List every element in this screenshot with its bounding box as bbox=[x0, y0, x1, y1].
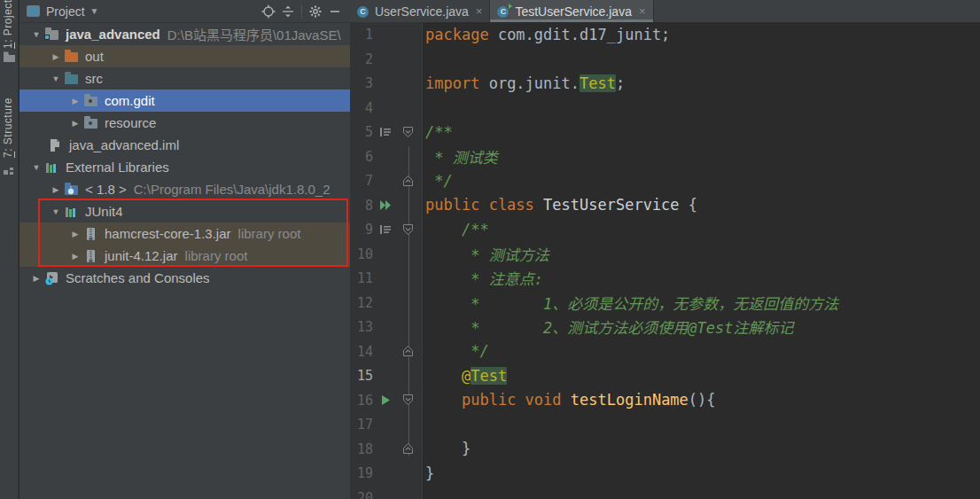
chevron-right-icon[interactable]: ▶ bbox=[67, 252, 83, 261]
tool-window-button-project[interactable]: 1: Project bbox=[2, 3, 14, 49]
code-editor[interactable]: 1package com.gdit.d17_junit;23import org… bbox=[350, 22, 980, 499]
settings-gear-icon[interactable] bbox=[306, 3, 325, 20]
line-number: 19 bbox=[350, 464, 373, 481]
line-number: 9 bbox=[350, 221, 373, 238]
chevron-right-icon[interactable]: ▶ bbox=[67, 230, 83, 238]
chevron-right-icon[interactable]: ▶ bbox=[48, 185, 64, 194]
code-text: public class TestUserService { bbox=[417, 196, 697, 214]
tree-item-resource[interactable]: ▶resource bbox=[19, 112, 350, 134]
chevron-down-icon[interactable]: ▼ bbox=[48, 207, 64, 216]
structure-icon bbox=[3, 163, 15, 179]
chevron-down-icon[interactable]: ▼ bbox=[28, 163, 44, 172]
tree-item-com.gdit[interactable]: ▶com.gdit bbox=[19, 90, 350, 112]
close-tab-icon[interactable]: × bbox=[476, 4, 483, 18]
fold-collapse-icon[interactable] bbox=[398, 394, 417, 406]
tree-item-junit4[interactable]: ▼JUnit4 bbox=[19, 200, 350, 222]
line-number: 7 bbox=[350, 172, 373, 189]
line-number: 17 bbox=[350, 416, 373, 433]
code-line-7[interactable]: 7 */ bbox=[350, 168, 980, 193]
code-line-1[interactable]: 1package com.gdit.d17_junit; bbox=[350, 22, 980, 47]
fold-collapse-icon[interactable] bbox=[398, 223, 417, 236]
tree-item-external-libraries[interactable]: ▼External Libraries bbox=[19, 156, 350, 178]
code-text: /** bbox=[417, 221, 489, 238]
code-line-17[interactable]: 17 bbox=[350, 412, 980, 437]
line-number: 18 bbox=[350, 441, 373, 457]
tree-item-scratches-and-consoles[interactable]: ▶Scratches and Consoles bbox=[19, 267, 350, 289]
editor-area: CUserService.java×CTestUserService.java×… bbox=[350, 0, 980, 499]
code-line-4[interactable]: 4 bbox=[350, 96, 980, 121]
project-panel-title[interactable]: Project bbox=[46, 4, 85, 19]
code-text: */ bbox=[417, 172, 453, 190]
fold-end-icon[interactable] bbox=[398, 175, 417, 187]
tree-item-label: JUnit4 bbox=[85, 204, 123, 219]
code-line-9[interactable]: 9 /** bbox=[350, 217, 980, 242]
tree-item-label: junit-4.12.jar bbox=[105, 248, 178, 263]
chevron-right-icon[interactable]: ▶ bbox=[48, 52, 64, 61]
tree-item-hamcrest-core-1.3.jar[interactable]: ▶hamcrest-core-1.3.jarlibrary root bbox=[19, 222, 350, 245]
code-line-5[interactable]: 5/** bbox=[350, 120, 980, 144]
code-line-12[interactable]: 12 * 1、必须是公开的，无参数，无返回值的方法 bbox=[350, 291, 980, 316]
rendered-doc-toggle-icon bbox=[373, 224, 398, 235]
run-class-icon[interactable] bbox=[373, 199, 398, 211]
collapse-all-icon[interactable] bbox=[278, 3, 298, 20]
tree-item-label: java_advanced bbox=[66, 27, 160, 42]
run-method-icon[interactable] bbox=[373, 394, 398, 406]
tree-item-java-advanced[interactable]: ▼java_advancedD:\B站黑马程序员\01JavaSE\ bbox=[19, 23, 350, 45]
toolbar-separator bbox=[301, 4, 302, 19]
tree-item-label: src bbox=[85, 71, 103, 86]
hide-panel-icon[interactable] bbox=[325, 3, 345, 20]
chevron-down-icon[interactable]: ▼ bbox=[48, 74, 64, 83]
folder-orange-icon bbox=[64, 50, 80, 64]
tree-item-suffix: library root bbox=[185, 248, 248, 263]
tool-window-button-structure[interactable]: 7: Structure bbox=[2, 69, 14, 158]
editor-tab-userservice-java[interactable]: CUserService.java× bbox=[350, 0, 490, 22]
fold-collapse-icon[interactable] bbox=[398, 126, 417, 138]
code-line-19[interactable]: 19} bbox=[350, 461, 980, 486]
code-line-15[interactable]: 15 @Test bbox=[350, 363, 980, 388]
chevron-right-icon[interactable]: ▶ bbox=[67, 97, 83, 105]
code-line-16[interactable]: 16 public void testLoginName(){ bbox=[350, 388, 980, 413]
code-line-18[interactable]: 18 } bbox=[350, 437, 980, 462]
intellij-window: 1: Project 7: Structure Project ▼ bbox=[0, 0, 980, 499]
tree-item-src[interactable]: ▼src bbox=[19, 67, 350, 90]
code-text: * 测试类 bbox=[417, 145, 498, 168]
code-line-10[interactable]: 10 * 测试方法 bbox=[350, 242, 980, 267]
code-line-3[interactable]: 3import org.junit.Test; bbox=[350, 71, 980, 96]
code-text: * 1、必须是公开的，无参数，无返回值的方法 bbox=[417, 292, 838, 314]
chevron-right-icon[interactable]: ▶ bbox=[67, 119, 83, 128]
code-line-6[interactable]: 6 * 测试类 bbox=[350, 144, 980, 169]
code-line-11[interactable]: 11 * 注意点: bbox=[350, 266, 980, 291]
jar-file-icon bbox=[83, 249, 99, 263]
code-line-20[interactable]: 20 bbox=[350, 486, 980, 499]
code-line-2[interactable]: 2 bbox=[350, 47, 980, 72]
tree-item-out[interactable]: ▶out bbox=[19, 45, 350, 67]
code-text: */ bbox=[417, 342, 489, 360]
code-line-8[interactable]: 8public class TestUserService { bbox=[350, 193, 980, 218]
code-line-13[interactable]: 13 * 2、测试方法必须使用@Test注解标记 bbox=[350, 315, 980, 339]
rendered-doc-toggle-icon bbox=[373, 127, 398, 137]
editor-tab-testuserservice-java[interactable]: CTestUserService.java× bbox=[490, 0, 653, 22]
tree-item-label: External Libraries bbox=[66, 160, 169, 175]
line-number: 13 bbox=[350, 318, 373, 335]
library-icon bbox=[44, 160, 60, 175]
tree-item-junit-4.12.jar[interactable]: ▶junit-4.12.jarlibrary root bbox=[19, 245, 350, 267]
project-tool-window-icon bbox=[27, 5, 40, 17]
tree-item--1.8-[interactable]: ▶< 1.8 >C:\Program Files\Java\jdk1.8.0_2 bbox=[19, 178, 350, 200]
iml-file-icon bbox=[48, 138, 64, 152]
tree-item-label: out bbox=[85, 49, 104, 64]
chevron-down-icon[interactable]: ▼ bbox=[90, 6, 99, 16]
chevron-down-icon[interactable]: ▼ bbox=[28, 30, 44, 39]
locate-icon[interactable] bbox=[259, 3, 278, 20]
line-number: 5 bbox=[350, 123, 373, 140]
code-line-14[interactable]: 14 */ bbox=[350, 339, 980, 364]
close-tab-icon[interactable]: × bbox=[639, 4, 646, 18]
library-icon bbox=[64, 205, 80, 219]
tab-label: TestUserService.java bbox=[515, 4, 632, 19]
fold-end-icon[interactable] bbox=[398, 345, 417, 357]
chevron-right-icon[interactable]: ▶ bbox=[28, 274, 44, 283]
tree-item-java-advanced.iml[interactable]: java_advanced.iml bbox=[19, 134, 350, 156]
tree-item-label: java_advanced.iml bbox=[69, 137, 179, 152]
fold-end-icon[interactable] bbox=[398, 442, 417, 455]
line-number: 20 bbox=[350, 489, 373, 499]
line-number: 4 bbox=[350, 99, 373, 116]
